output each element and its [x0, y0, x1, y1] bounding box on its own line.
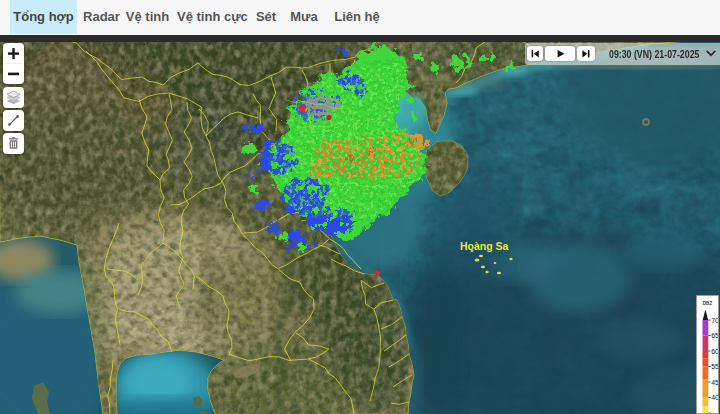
svg-text:65: 65	[711, 332, 718, 339]
svg-text:Hoàng Sa: Hoàng Sa	[460, 240, 509, 252]
svg-text:70: 70	[711, 317, 718, 324]
svg-text:55: 55	[711, 363, 718, 370]
svg-text:60: 60	[711, 348, 718, 355]
svg-text:45: 45	[711, 379, 718, 386]
svg-text:DBZ: DBZ	[703, 301, 713, 306]
svg-text:40: 40	[711, 394, 718, 401]
